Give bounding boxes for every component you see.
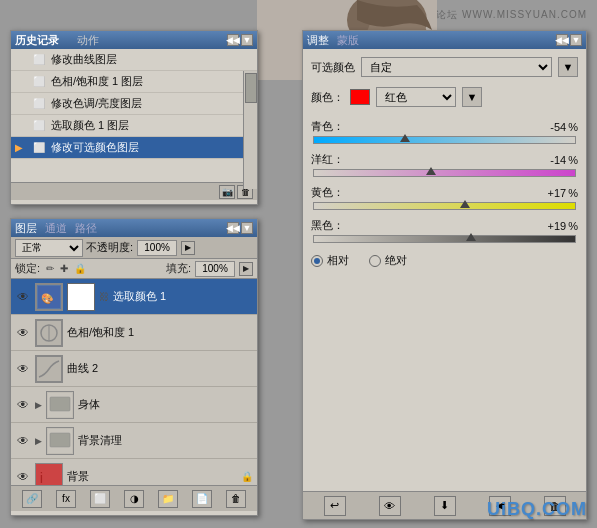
cyan-label: 青色： — [311, 119, 344, 134]
group-fold-arrow[interactable]: ▶ — [35, 436, 42, 446]
cyan-slider-thumb[interactable] — [400, 134, 410, 142]
yellow-slider-header: 黄色： +17 % — [311, 185, 578, 200]
new-layer-btn[interactable]: 📄 — [192, 490, 212, 508]
color-dropdown-select[interactable]: 红色 — [376, 87, 456, 107]
layer-visibility-icon[interactable]: 👁 — [15, 470, 31, 484]
layers-tab-channels[interactable]: 通道 — [45, 221, 67, 236]
yellow-slider-track[interactable] — [313, 202, 576, 210]
adj-clip-btn[interactable]: ⬇ — [434, 496, 456, 516]
history-item[interactable]: ⬜ 修改曲线图层 — [11, 49, 257, 71]
fill-arrow-btn[interactable]: ▶ — [239, 262, 253, 276]
blend-opacity-row: 正常 不透明度: ▶ — [11, 237, 257, 259]
move-icon[interactable]: ✚ — [60, 263, 68, 274]
type-select-row: 可选颜色 自定 ▼ — [311, 57, 578, 77]
layer-name: 选取颜色 1 — [113, 289, 253, 304]
radio-absolute-circle[interactable] — [369, 255, 381, 267]
panel-collapse-btn[interactable]: ◀◀ — [227, 34, 239, 46]
add-style-btn[interactable]: fx — [56, 490, 76, 508]
layer-item-selective-color[interactable]: 👁 🎨 ⛓ 选取颜色 1 — [11, 279, 257, 315]
adj-toggle-btn[interactable]: 👁 — [379, 496, 401, 516]
scrollbar-thumb[interactable] — [245, 73, 257, 103]
adj-icon — [37, 357, 61, 381]
adj-reset-btn[interactable]: ↩ — [324, 496, 346, 516]
layer-thumbnail — [35, 355, 63, 383]
history-tab-actions[interactable]: 动作 — [67, 31, 109, 50]
layers-tab-paths[interactable]: 路径 — [75, 221, 97, 236]
layer-name: 背景 — [67, 469, 237, 484]
color-select-row: 颜色： 红色 ▼ — [311, 87, 578, 107]
fill-input[interactable] — [195, 261, 235, 277]
black-value: +19 — [548, 220, 567, 232]
yellow-label: 黄色： — [311, 185, 344, 200]
opacity-input[interactable] — [137, 240, 177, 256]
history-list: ⬜ 修改曲线图层 ⬜ 色相/饱和度 1 图层 ⬜ 修改色调/亮度图层 ⬜ 选取颜… — [11, 49, 257, 182]
link-layers-btn[interactable]: 🔗 — [22, 490, 42, 508]
radio-relative[interactable]: 相对 — [311, 253, 349, 268]
new-snapshot-btn[interactable]: 📷 — [219, 185, 235, 199]
cyan-slider-header: 青色： -54 % — [311, 119, 578, 134]
color-menu-btn[interactable]: ▼ — [462, 87, 482, 107]
new-group-btn[interactable]: 📁 — [158, 490, 178, 508]
black-slider-thumb[interactable] — [466, 233, 476, 241]
history-item[interactable]: ⬜ 选取颜色 1 图层 — [11, 115, 257, 137]
adjust-tab-adjust[interactable]: 调整 — [307, 33, 329, 48]
layer-item-background[interactable]: 👁 i 背景 🔒 — [11, 459, 257, 485]
magenta-slider-thumb[interactable] — [426, 167, 436, 175]
layer-visibility-icon[interactable]: 👁 — [15, 362, 31, 376]
add-mask-btn[interactable]: ⬜ — [90, 490, 110, 508]
layer-name: 色相/饱和度 1 — [67, 325, 253, 340]
lock-all-icon[interactable]: 🔒 — [74, 263, 86, 274]
color-label: 颜色： — [311, 90, 344, 105]
adjust-tab-mask[interactable]: 蒙版 — [337, 33, 359, 48]
add-adj-btn[interactable]: ◑ — [124, 490, 144, 508]
history-scrollbar[interactable] — [243, 71, 257, 189]
layer-item-curves[interactable]: 👁 曲线 2 — [11, 351, 257, 387]
preset-menu-btn[interactable]: ▼ — [558, 57, 578, 77]
cyan-value-display: -54 % — [550, 121, 578, 133]
yellow-slider-thumb[interactable] — [460, 200, 470, 208]
layer-name: 曲线 2 — [67, 361, 253, 376]
black-label: 黑色： — [311, 218, 344, 233]
radio-relative-circle[interactable] — [311, 255, 323, 267]
history-item[interactable]: ⬜ 修改色调/亮度图层 — [11, 93, 257, 115]
preset-select[interactable]: 自定 — [361, 57, 552, 77]
layer-thumbnail — [35, 319, 63, 347]
panel-menu-btn[interactable]: ▼ — [241, 34, 253, 46]
layers-collapse-btn[interactable]: ◀◀ — [227, 222, 239, 234]
radio-absolute[interactable]: 绝对 — [369, 253, 407, 268]
adj-icon: 🎨 — [38, 286, 60, 308]
layers-bottom-bar: 🔗 fx ⬜ ◑ 📁 📄 🗑 — [11, 485, 257, 511]
magenta-slider-track[interactable] — [313, 169, 576, 177]
delete-layer-btn[interactable]: 🗑 — [226, 490, 246, 508]
layer-item-body-group[interactable]: 👁 ▶ 身体 — [11, 387, 257, 423]
blend-mode-select[interactable]: 正常 — [15, 239, 83, 257]
layers-panel: 图层 通道 路径 ◀◀ ▼ 正常 不透明度: ▶ 锁定: ✏ ✚ 🔒 填充: ▶ — [10, 218, 258, 516]
panel-controls: ◀◀ ▼ — [227, 222, 253, 234]
layer-item-hue-saturation[interactable]: 👁 色相/饱和度 1 — [11, 315, 257, 351]
layer-visibility-icon[interactable]: 👁 — [15, 434, 31, 448]
history-item-label: 色相/饱和度 1 图层 — [51, 74, 143, 89]
layer-thumbnail: i — [35, 463, 63, 486]
black-value-display: +19 % — [548, 220, 578, 232]
magenta-slider-header: 洋红： -14 % — [311, 152, 578, 167]
layer-visibility-icon[interactable]: 👁 — [15, 326, 31, 340]
layer-item-bg-clean-group[interactable]: 👁 ▶ 背景清理 — [11, 423, 257, 459]
opacity-arrow-btn[interactable]: ▶ — [181, 241, 195, 255]
cyan-slider-track[interactable] — [313, 136, 576, 144]
black-slider-track[interactable] — [313, 235, 576, 243]
radio-relative-label: 相对 — [327, 253, 349, 268]
adj-collapse-btn[interactable]: ◀◀ — [556, 34, 568, 46]
history-item-label: 选取颜色 1 图层 — [51, 118, 129, 133]
layer-visibility-icon[interactable]: 👁 — [15, 398, 31, 412]
lock-icon[interactable]: ✏ — [46, 263, 54, 274]
history-item-active[interactable]: ▶ ⬜ 修改可选颜色图层 — [11, 137, 257, 159]
layers-tab-layers[interactable]: 图层 — [15, 221, 37, 236]
group-fold-arrow[interactable]: ▶ — [35, 400, 42, 410]
history-tab-history[interactable]: 历史记录 — [15, 33, 67, 48]
adj-menu-btn[interactable]: ▼ — [570, 34, 582, 46]
layers-menu-btn[interactable]: ▼ — [241, 222, 253, 234]
layer-visibility-icon[interactable]: 👁 — [15, 290, 31, 304]
radio-absolute-label: 绝对 — [385, 253, 407, 268]
history-item[interactable]: ⬜ 色相/饱和度 1 图层 — [11, 71, 257, 93]
adj-icon — [37, 321, 61, 345]
